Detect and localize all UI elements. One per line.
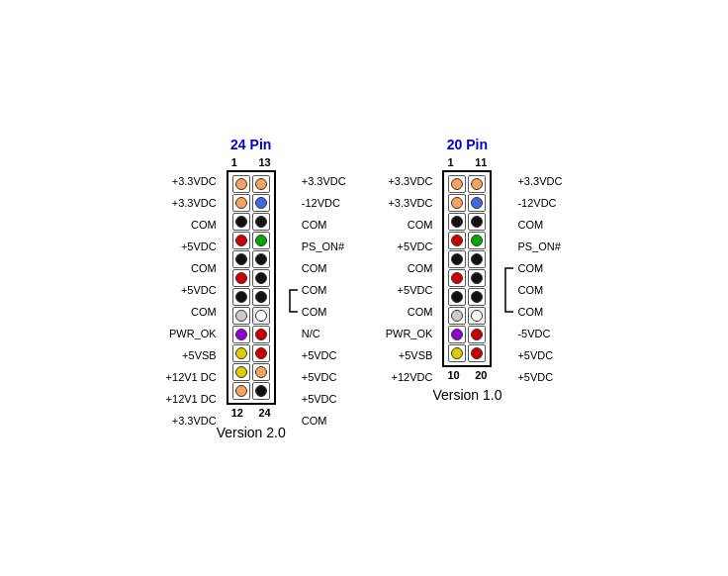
left-label: +3.3VDC [166, 170, 217, 192]
pin [468, 344, 486, 362]
right-label: COM [517, 301, 562, 323]
pin [448, 269, 466, 287]
pin [468, 326, 486, 343]
pin [232, 175, 250, 193]
right-label: -12VDC [302, 192, 346, 214]
pin [232, 194, 250, 212]
pin-inner [471, 291, 483, 303]
pin [252, 326, 270, 343]
pin-row [448, 326, 486, 343]
pin-numbers-24-top: 1 13 [229, 156, 273, 168]
pin [468, 250, 486, 268]
connector-20-body [442, 170, 492, 367]
pin [468, 307, 486, 325]
pin-inner [235, 272, 247, 284]
pin-row [448, 175, 486, 193]
connector-20-title: 20 Pin [447, 137, 488, 152]
bracket-svg [286, 170, 300, 432]
version-24: Version 2.0 [217, 425, 286, 440]
left-label: +3.3VDC [386, 192, 433, 214]
pin-inner [451, 329, 463, 340]
pin [232, 288, 250, 306]
pin-row [232, 232, 270, 249]
pin-row [448, 213, 486, 231]
pin-inner [471, 253, 483, 265]
left-label: +3.3VDC [166, 192, 217, 214]
pin [448, 175, 466, 193]
pin-inner [235, 253, 247, 265]
pin-inner [255, 385, 267, 397]
left-label: +5VSB [166, 344, 217, 366]
pin-inner [235, 347, 247, 359]
left-label: PWR_OK [386, 323, 433, 344]
bracket-svg [501, 170, 515, 388]
pin-inner [451, 347, 463, 359]
left-label: COM [166, 257, 217, 279]
pin-inner [255, 329, 267, 340]
left-label: +3.3VDC [166, 410, 217, 432]
pin [232, 344, 250, 362]
pin-inner [451, 235, 463, 246]
pin [448, 307, 466, 325]
pin-inner [451, 310, 463, 322]
labels-20-right: +3.3VDC-12VDCCOMPS_ON#COMCOMCOM-5VDC+5VD… [517, 170, 562, 388]
pin [232, 269, 250, 287]
right-label: COM [302, 410, 346, 432]
pin-inner [255, 216, 267, 228]
pin [448, 326, 466, 343]
pin-inner [255, 197, 267, 209]
pin [448, 288, 466, 306]
pin [252, 269, 270, 287]
pin-inner [255, 235, 267, 246]
pin-inner [451, 291, 463, 303]
version-20: Version 1.0 [432, 387, 501, 403]
left-label: +5VDC [386, 236, 433, 257]
pin-inner [255, 178, 267, 190]
pin [468, 232, 486, 249]
right-label: COM [302, 257, 346, 279]
pin-inner [235, 310, 247, 322]
right-label: PS_ON# [302, 236, 346, 257]
pin-row [232, 250, 270, 268]
pin-numbers-20-top: 1 11 [445, 156, 489, 168]
pin-row [232, 344, 270, 362]
left-label: +5VDC [386, 279, 433, 301]
right-label: COM [302, 301, 346, 323]
pin [448, 344, 466, 362]
left-label: COM [166, 214, 217, 236]
right-label: +5VDC [517, 366, 562, 388]
pin [468, 288, 486, 306]
connector-24-title: 24 Pin [230, 137, 271, 152]
pin [448, 232, 466, 249]
pin [252, 232, 270, 249]
pin [252, 344, 270, 362]
pin [468, 194, 486, 212]
pin [448, 194, 466, 212]
right-label: +5VDC [302, 344, 346, 366]
pin [252, 363, 270, 381]
pin-inner [235, 216, 247, 228]
pin-row [448, 288, 486, 306]
pin [232, 326, 250, 343]
right-label: COM [302, 214, 346, 236]
pin [468, 175, 486, 193]
left-label: COM [166, 301, 217, 323]
pin-row [448, 269, 486, 287]
pin-numbers-20-bottom: 10 20 [445, 369, 489, 381]
pin [252, 194, 270, 212]
pin-inner [471, 235, 483, 246]
pin-inner [451, 253, 463, 265]
pin [232, 382, 250, 400]
left-label: +5VDC [166, 279, 217, 301]
right-label: COM [517, 214, 562, 236]
pin [448, 250, 466, 268]
pin [252, 250, 270, 268]
right-label: +3.3VDC [302, 170, 346, 192]
pin-row [232, 307, 270, 325]
pin-inner [471, 216, 483, 228]
main-container: +3.3VDC+3.3VDCCOM+5VDCCOM+5VDCCOMPWR_OK+… [146, 117, 583, 460]
pin [232, 363, 250, 381]
pin-row [232, 194, 270, 212]
pin-row [448, 307, 486, 325]
right-label: +5VDC [302, 388, 346, 410]
